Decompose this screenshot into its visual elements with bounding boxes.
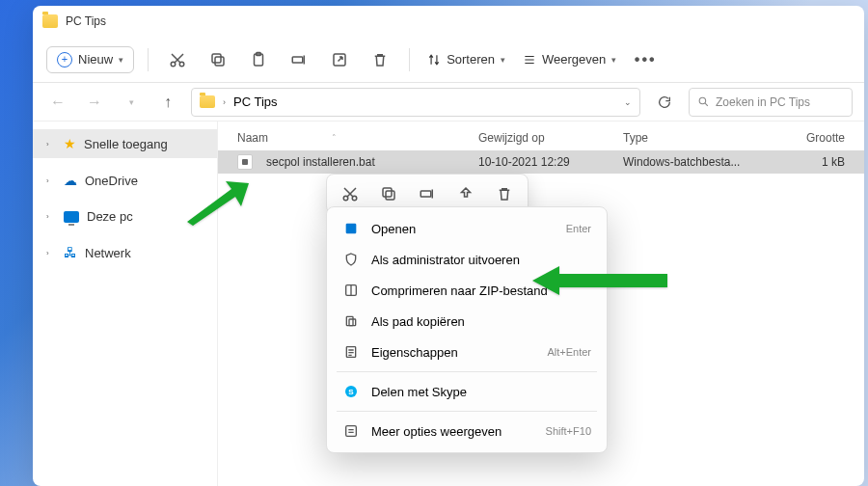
sort-label: Sorteren xyxy=(447,52,495,67)
svg-point-8 xyxy=(699,97,706,104)
svg-rect-21 xyxy=(346,426,357,437)
star-icon: ★ xyxy=(64,136,76,151)
cut-icon[interactable] xyxy=(337,180,364,207)
menu-label: Openen xyxy=(371,222,416,236)
copy-icon[interactable] xyxy=(203,44,233,75)
file-modified: 10-10-2021 12:29 xyxy=(478,155,623,169)
sidebar-item-this-pc[interactable]: › Deze pc xyxy=(33,202,217,230)
svg-rect-12 xyxy=(383,188,392,197)
bat-file-icon xyxy=(237,154,253,170)
sidebar: › ★ Snelle toegang › ☁ OneDrive › Deze p… xyxy=(33,122,218,486)
svg-rect-14 xyxy=(346,224,357,234)
svg-rect-17 xyxy=(349,319,356,326)
sidebar-item-onedrive[interactable]: › ☁ OneDrive xyxy=(33,166,217,195)
address-bar: ← → ▾ ↑ › PC Tips ⌄ Zoeken in PC Tips xyxy=(33,83,864,122)
file-row[interactable]: secpol installeren.bat 10-10-2021 12:29 … xyxy=(218,150,864,174)
col-name[interactable]: Naam˄ xyxy=(237,131,478,145)
expand-icon: › xyxy=(46,212,56,221)
menu-open[interactable]: Openen Enter xyxy=(327,213,607,244)
menu-label: Delen met Skype xyxy=(371,385,467,399)
sort-button[interactable]: Sorteren ▾ xyxy=(423,52,509,67)
more-icon[interactable]: ••• xyxy=(630,44,661,75)
svg-rect-16 xyxy=(346,316,353,325)
share-icon[interactable] xyxy=(324,44,355,75)
menu-shortcut: Enter xyxy=(566,223,591,234)
chevron-down-icon: ▾ xyxy=(119,55,123,65)
sidebar-item-network[interactable]: › 🖧 Netwerk xyxy=(33,238,217,267)
breadcrumb[interactable]: › PC Tips ⌄ xyxy=(191,88,640,117)
expand-icon: › xyxy=(46,140,56,148)
col-size[interactable]: Grootte xyxy=(768,131,845,145)
forward-button[interactable]: → xyxy=(81,89,108,116)
search-placeholder: Zoeken in PC Tips xyxy=(716,95,810,109)
recent-button[interactable]: ▾ xyxy=(118,89,145,116)
file-size: 1 kB xyxy=(768,155,845,169)
folder-icon xyxy=(42,14,58,28)
menu-compress-zip[interactable]: Comprimeren naar ZIP-bestand xyxy=(327,275,607,306)
svg-text:S: S xyxy=(348,388,354,396)
expand-icon: › xyxy=(46,249,56,257)
menu-separator xyxy=(337,371,597,372)
svg-rect-11 xyxy=(386,191,394,200)
copy-icon[interactable] xyxy=(375,180,402,207)
paste-icon[interactable] xyxy=(243,44,274,75)
chevron-down-icon: ▾ xyxy=(611,55,616,65)
sort-icon xyxy=(427,53,441,67)
svg-rect-6 xyxy=(292,57,303,63)
rename-icon[interactable] xyxy=(414,180,441,207)
delete-icon[interactable] xyxy=(365,44,395,75)
menu-label: Eigenschappen xyxy=(371,345,458,360)
sidebar-item-label: Snelle toegang xyxy=(84,137,168,151)
zip-icon xyxy=(342,283,360,298)
skype-icon: S xyxy=(342,384,360,399)
body: › ★ Snelle toegang › ☁ OneDrive › Deze p… xyxy=(33,122,864,486)
search-icon xyxy=(697,95,710,108)
chevron-right-icon: › xyxy=(223,97,226,107)
context-menu: Openen Enter Als administrator uitvoeren… xyxy=(326,206,608,453)
share-icon[interactable] xyxy=(452,180,479,207)
open-icon xyxy=(342,221,360,236)
search-input[interactable]: Zoeken in PC Tips xyxy=(689,88,853,117)
menu-shortcut: Shift+F10 xyxy=(546,425,591,437)
sidebar-item-label: Netwerk xyxy=(85,246,131,260)
refresh-icon xyxy=(657,94,672,110)
menu-copy-path[interactable]: Als pad kopiëren xyxy=(327,306,607,337)
menu-label: Meer opties weergeven xyxy=(371,424,502,439)
view-icon xyxy=(523,53,536,67)
chevron-down-icon[interactable]: ⌄ xyxy=(624,97,632,107)
cloud-icon: ☁ xyxy=(64,173,77,188)
cut-icon[interactable] xyxy=(162,44,193,75)
window-title: PC Tips xyxy=(66,14,106,28)
view-button[interactable]: Weergeven ▾ xyxy=(519,52,620,67)
sidebar-item-label: OneDrive xyxy=(85,174,138,188)
folder-icon xyxy=(200,95,215,108)
menu-run-as-admin[interactable]: Als administrator uitvoeren xyxy=(327,244,607,275)
menu-more-options[interactable]: Meer opties weergeven Shift+F10 xyxy=(327,416,607,446)
menu-separator xyxy=(337,411,597,412)
delete-icon[interactable] xyxy=(491,180,518,207)
menu-skype-share[interactable]: S Delen met Skype xyxy=(327,376,607,407)
network-icon: 🖧 xyxy=(64,245,77,260)
col-modified[interactable]: Gewijzigd op xyxy=(478,131,623,145)
shield-icon xyxy=(342,252,360,267)
col-type[interactable]: Type xyxy=(623,131,768,145)
toolbar: + Nieuw ▾ Sorteren ▾ Weergeven ▾ ••• xyxy=(33,37,864,83)
menu-properties[interactable]: Eigenschappen Alt+Enter xyxy=(327,337,607,367)
more-options-icon xyxy=(342,423,360,439)
sidebar-item-quick-access[interactable]: › ★ Snelle toegang xyxy=(33,129,217,158)
properties-icon xyxy=(342,344,360,360)
separator xyxy=(409,48,410,71)
rename-icon[interactable] xyxy=(284,44,314,75)
svg-rect-3 xyxy=(212,54,221,63)
sidebar-item-label: Deze pc xyxy=(87,209,133,224)
refresh-button[interactable] xyxy=(650,88,679,117)
back-button[interactable]: ← xyxy=(44,89,71,116)
plus-icon: + xyxy=(57,52,72,68)
view-label: Weergeven xyxy=(542,52,606,67)
explorer-window: PC Tips + Nieuw ▾ Sorteren ▾ Weergeven ▾… xyxy=(33,6,864,486)
breadcrumb-location: PC Tips xyxy=(233,94,278,109)
new-button[interactable]: + Nieuw ▾ xyxy=(46,46,134,73)
file-pane: Naam˄ Gewijzigd op Type Grootte secpol i… xyxy=(218,122,864,486)
expand-icon: › xyxy=(46,176,56,185)
up-button[interactable]: ↑ xyxy=(154,89,181,116)
